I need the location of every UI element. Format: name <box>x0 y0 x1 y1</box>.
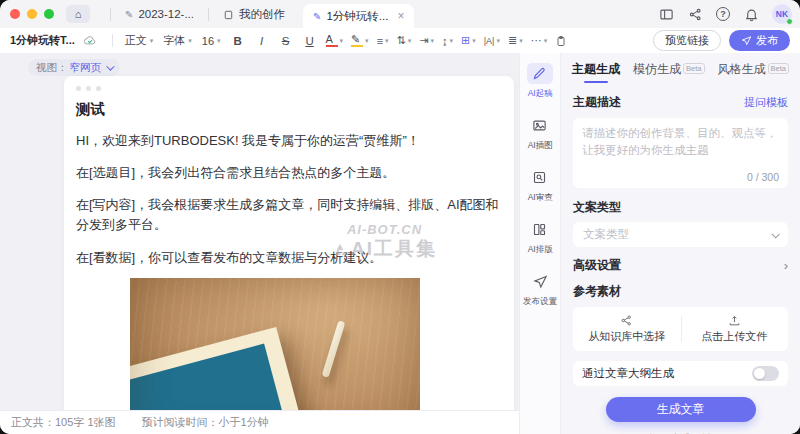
advanced-settings-row[interactable]: 高级设置 › <box>573 258 788 272</box>
format-toolbar: 1分钟玩转T... 正文▾ 字体▾ 16▾ B I S U A ▾ ✎ ▾ ≡▾… <box>0 28 800 53</box>
document-page[interactable]: 测试 HI，欢迎来到TURBODESK! 我是专属于你的运营“贾维斯”！ 在[选… <box>64 76 514 410</box>
document-paragraph[interactable]: 在[写内容]，我会根据要求生成多篇文章，同时支持编辑、排版、AI配图和分发到多平… <box>64 195 514 235</box>
generation-tabs: 主题生成 模仿生成Beta 风格生成Beta <box>573 61 788 80</box>
tab-label: 我的创作 <box>239 7 285 22</box>
align-dropdown[interactable]: ≡▾ <box>377 35 389 47</box>
topic-description-box: 0 / 300 <box>573 118 788 188</box>
divider <box>208 8 209 21</box>
document-paragraph[interactable]: HI，欢迎来到TURBODESK! 我是专属于你的运营“贾维斯”！ <box>64 131 514 151</box>
online-status-dot <box>786 18 793 25</box>
app-window: ⌂ ✎ 2023-12-... 我的创作 ✎ 1分钟玩转... × ? <box>0 0 800 434</box>
home-button[interactable]: ⌂ <box>66 5 90 23</box>
tab-current-doc[interactable]: ✎ 1分钟玩转... × <box>303 4 414 28</box>
caret-icon: ▾ <box>188 37 192 45</box>
copy-type-select[interactable]: 文案类型 <box>573 222 788 247</box>
font-color-swatch <box>326 45 338 48</box>
tab-my-creations[interactable]: 我的创作 <box>219 0 289 28</box>
page-dots <box>64 76 514 91</box>
char-counter: 0 / 300 <box>747 171 779 183</box>
format-painter-button[interactable] <box>555 35 567 47</box>
share-icon[interactable] <box>687 6 703 22</box>
indent-dropdown[interactable]: ⇥▾ <box>419 34 434 47</box>
view-mode-selector[interactable]: 视图： 窄网页 <box>28 59 120 76</box>
italic-button[interactable]: I <box>254 35 270 47</box>
select-from-knowledge-base-button[interactable]: 从知识库中选择 <box>573 307 681 351</box>
paper-plane-icon <box>741 35 752 46</box>
pencil-icon: ✎ <box>125 9 133 20</box>
line-height-dropdown[interactable]: ⇅▾ <box>397 34 412 47</box>
tab-imitation-generation[interactable]: 模仿生成Beta <box>633 61 704 78</box>
pencil-icon <box>527 63 553 84</box>
photo-note-card: Start. <box>130 327 318 410</box>
caret-icon: ▾ <box>340 37 344 45</box>
beta-badge: Beta <box>768 63 789 74</box>
prompt-template-link[interactable]: 提问模板 <box>744 95 788 110</box>
chevron-down-icon <box>771 230 779 238</box>
rail-item-ai-illustration[interactable]: AI插图 <box>527 115 554 152</box>
pencil-icon: ✎ <box>313 11 321 22</box>
document-paragraph[interactable]: 在[选题目]，我会列出符合需求且结合热点的多个主题。 <box>64 163 514 183</box>
paragraph-spacing-icon: ↨ <box>442 35 448 47</box>
more-icon: ⋯ <box>531 34 542 47</box>
minimize-window-button[interactable] <box>27 9 37 19</box>
close-tab-icon[interactable]: × <box>397 9 404 23</box>
chevron-down-icon <box>106 62 114 70</box>
reference-material-label: 参考素材 <box>573 283 788 300</box>
paragraph-spacing-dropdown[interactable]: ↨▾ <box>442 35 453 47</box>
tab-recent-doc[interactable]: ✎ 2023-12-... <box>121 0 198 28</box>
insert-block-dropdown[interactable]: ⊞▾ <box>461 34 476 47</box>
outline-toggle-switch[interactable] <box>752 366 779 381</box>
caret-icon: ▾ <box>217 37 221 45</box>
window-titlebar: ⌂ ✎ 2023-12-... 我的创作 ✎ 1分钟玩转... × ? <box>0 0 800 28</box>
close-window-button[interactable] <box>10 9 20 19</box>
rail-item-ai-review[interactable]: AI审查 <box>527 167 554 204</box>
chevron-right-icon: › <box>784 259 788 272</box>
reference-source-card: 从知识库中选择 点击上传文件 <box>573 307 788 351</box>
highlight-color-swatch <box>351 45 363 48</box>
publish-button[interactable]: 发布 <box>729 30 790 51</box>
rail-item-ai-layout[interactable]: AI排版 <box>527 219 554 256</box>
underline-button[interactable]: U <box>302 35 318 47</box>
rail-item-ai-draft[interactable]: AI起稿 <box>527 63 554 100</box>
caret-icon: ▾ <box>150 37 154 45</box>
strikethrough-button[interactable]: S <box>278 35 294 47</box>
divider <box>112 34 113 47</box>
tab-style-generation[interactable]: 风格生成Beta <box>718 61 789 78</box>
user-avatar[interactable]: NK <box>772 4 792 24</box>
cloud-sync-icon <box>83 34 97 48</box>
word-count: 正文共：105字 1张图 <box>11 415 116 430</box>
paragraph-style-dropdown[interactable]: 正文▾ <box>125 33 154 48</box>
document-title[interactable]: 1分钟玩转T... <box>10 33 75 48</box>
copy-icon <box>223 9 234 20</box>
topic-description-input[interactable] <box>582 125 779 172</box>
letter-spacing-dropdown[interactable]: |A|▾ <box>484 36 500 46</box>
paper-plane-icon <box>527 271 553 292</box>
zoom-window-button[interactable] <box>44 9 54 19</box>
editor-canvas: 视图： 窄网页 测试 HI，欢迎来到TURBODESK! 我是专属于你的运营“贾… <box>0 53 519 410</box>
upload-file-button[interactable]: 点击上传文件 <box>681 307 789 351</box>
rail-item-publish-settings[interactable]: 发布设置 <box>522 271 558 308</box>
preview-link-button[interactable]: 预览链接 <box>653 30 721 51</box>
share-nodes-icon <box>620 314 633 327</box>
highlight-color-button[interactable]: ✎ ▾ <box>351 34 369 48</box>
list-dropdown[interactable]: ≣▾ <box>508 34 523 47</box>
more-tools-dropdown[interactable]: ⋯▾ <box>531 34 548 47</box>
document-heading[interactable]: 测试 <box>64 91 514 119</box>
notifications-bell-icon[interactable] <box>743 6 759 22</box>
list-icon: ≣ <box>508 34 517 47</box>
font-family-dropdown[interactable]: 字体▾ <box>163 33 192 48</box>
caret-icon: ▾ <box>365 37 369 45</box>
inline-image-start-card[interactable]: Start. <box>130 278 420 410</box>
bold-button[interactable]: B <box>230 35 246 47</box>
font-color-button[interactable]: A ▾ <box>326 34 344 48</box>
generate-article-button[interactable]: 生成文章 <box>606 397 756 422</box>
tab-topic-generation[interactable]: 主题生成 <box>572 61 620 78</box>
image-icon <box>527 115 553 136</box>
clipboard-icon <box>555 35 567 47</box>
sidebar-toggle-icon[interactable] <box>658 6 674 22</box>
font-size-dropdown[interactable]: 16▾ <box>202 35 221 47</box>
help-icon[interactable]: ? <box>716 7 730 21</box>
document-paragraph[interactable]: 在[看数据]，你可以查看发布的文章数据与分析建议。 <box>64 248 514 268</box>
photo-pen <box>322 320 346 378</box>
outline-generation-row: 通过文章大纲生成 <box>573 361 788 386</box>
